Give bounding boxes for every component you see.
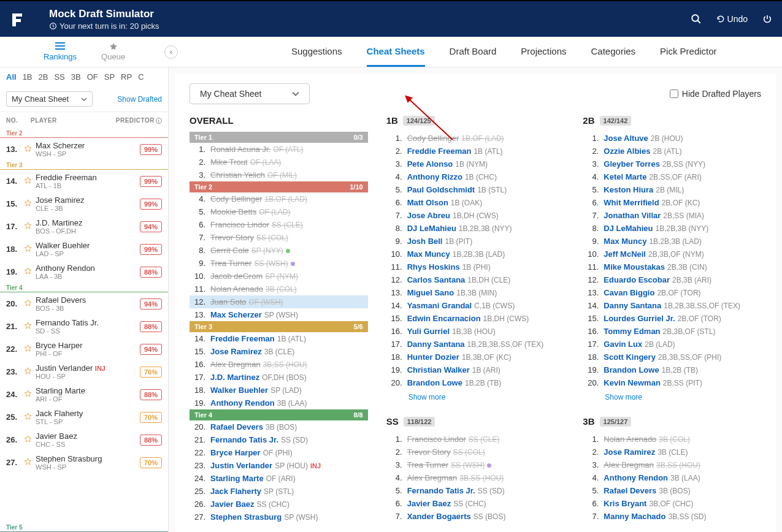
star-icon[interactable]: [23, 435, 36, 446]
power-icon[interactable]: [762, 14, 772, 24]
star-icon[interactable]: [23, 389, 36, 400]
cheat-row[interactable]: 1. Francisco Lindor SS (CLE): [386, 433, 565, 446]
cheat-row[interactable]: 6. Javier Baez SS (CHC): [386, 497, 565, 510]
tab-suggestions[interactable]: Suggestions: [291, 37, 342, 67]
cheat-row[interactable]: 12. Carlos Santana 1B,DH (CLE): [386, 273, 565, 286]
cheat-row[interactable]: 13. Miguel Sano 1B,3B (MIN): [386, 286, 565, 299]
cheat-row[interactable]: 9. Max Muncy 1B,2B,3B (LAD): [583, 235, 761, 248]
cheat-row[interactable]: 7. Trevor Story SS (COL): [190, 231, 368, 244]
cheat-row[interactable]: 17. J.D. Martinez OF,DH (BOS): [190, 371, 368, 384]
cheat-row[interactable]: 8. DJ LeMahieu 1B,2B,3B (NYY): [583, 222, 761, 235]
cheat-row[interactable]: 1. Jose Altuve 2B (HOU): [583, 132, 761, 145]
player-row[interactable]: 19. Anthony Rendon LAA - 3B 88%: [0, 260, 168, 283]
player-row[interactable]: 27. Stephen Strasburg WSH - SP 70%: [0, 451, 168, 474]
player-row[interactable]: 20. Rafael Devers BOS - 3B 94%: [0, 292, 168, 315]
cheat-row[interactable]: 11. Mike Moustakas 2B,3B (CIN): [583, 260, 761, 273]
pos-filter-2b[interactable]: 2B: [39, 72, 48, 82]
cheat-row[interactable]: 16. Alex Bregman 3B,SS (HOU): [190, 358, 368, 371]
search-icon[interactable]: [691, 13, 702, 25]
cheat-row[interactable]: 18. Hunter Dozier 1B,3B,OF (KC): [386, 351, 565, 363]
show-more-link[interactable]: Show more: [386, 389, 565, 405]
cheat-row[interactable]: 12. Juan Soto OF (WSH): [190, 295, 368, 308]
cheat-row[interactable]: 9. Josh Bell 1B (PIT): [386, 235, 565, 248]
cheat-row[interactable]: 4. Anthony Rizzo 1B (CHC): [386, 170, 565, 183]
cheat-row[interactable]: 3. Alex Bregman 3B,SS (HOU): [583, 458, 761, 471]
cheat-row[interactable]: 2. Freddie Freeman 1B (ATL): [386, 145, 565, 158]
cheat-row[interactable]: 3. Pete Alonso 1B (NYM): [386, 158, 565, 170]
cheat-row[interactable]: 19. Christian Walker 1B (ARI): [386, 363, 565, 376]
player-row[interactable]: 26. Javier Baez CHC - SS 88%: [0, 428, 168, 451]
cheat-row[interactable]: 15. Jose Ramirez 3B (CLE): [190, 345, 368, 358]
player-row[interactable]: 15. Jose Ramirez CLE - 3B 99%: [0, 192, 168, 215]
cheat-row[interactable]: 11. Rhys Hoskins 1B (PHI): [386, 260, 565, 273]
player-row[interactable]: 23. Justin Verlander INJ HOU - SP 76%: [0, 360, 168, 383]
tab-cheat-sheets[interactable]: Cheat Sheets: [367, 37, 425, 67]
star-icon[interactable]: [23, 199, 36, 210]
player-row[interactable]: 25. Jack Flaherty STL - SP 70%: [0, 406, 168, 428]
cheat-row[interactable]: 16. Tommy Edman 2B,3B,OF (STL): [583, 325, 761, 338]
cheat-row[interactable]: 5. Paul Goldschmidt 1B (STL): [386, 183, 565, 196]
cheat-row[interactable]: 24. Starling Marte OF (ARI): [190, 472, 368, 485]
cheat-row[interactable]: 7. Jose Abreu 1B,DH (CWS): [386, 209, 565, 222]
star-icon[interactable]: [23, 298, 36, 310]
cheat-row[interactable]: 15. Lourdes Gurriel Jr. 2B,OF (TOR): [583, 312, 761, 325]
cheat-row[interactable]: 1. Cody Bellinger 1B,OF (LAD): [386, 132, 565, 145]
content-sheet-select[interactable]: My Cheat Sheet: [190, 83, 310, 104]
pos-filter-1b[interactable]: 1B: [23, 72, 33, 82]
cheat-row[interactable]: 3. Christian Yelich OF (MIL): [190, 169, 368, 181]
pos-filter-all[interactable]: All: [6, 72, 17, 82]
cheat-row[interactable]: 5. Keston Hiura 2B (MIL): [583, 183, 761, 196]
show-more-link[interactable]: Show more: [583, 389, 761, 405]
player-row[interactable]: 24. Starling Marte ARI - OF 88%: [0, 383, 168, 406]
cheat-row[interactable]: 10. Jacob deGrom SP (NYM): [190, 270, 368, 283]
hide-drafted-checkbox[interactable]: Hide Drafted Players: [670, 89, 761, 99]
cheat-row[interactable]: 22. Bryce Harper OF (PHI): [190, 446, 368, 459]
cheat-row[interactable]: 16. Yuli Gurriel 1B,3B (HOU): [386, 325, 565, 338]
cheat-row[interactable]: 7. Xander Bogaerts SS (BOS): [386, 510, 565, 523]
star-icon[interactable]: [23, 321, 36, 332]
cheat-row[interactable]: 2. Trevor Story SS (COL): [386, 446, 565, 458]
player-row[interactable]: 14. Freddie Freeman ATL - 1B 99%: [0, 170, 168, 192]
cheat-row[interactable]: 20. Brandon Lowe 1B,2B (TB): [386, 376, 565, 389]
cheat-row[interactable]: 4. Ketel Marte 2B,SS,OF (ARI): [583, 170, 761, 183]
cheat-row[interactable]: 21. Fernando Tatis Jr. SS (SD): [190, 433, 368, 446]
cheat-row[interactable]: 14. Danny Santana 1B,2B,3B,SS,OF (TEX): [583, 299, 761, 312]
cheat-row[interactable]: 14. Yasmani Grandal C,1B (CWS): [386, 299, 565, 312]
cheat-row[interactable]: 10. Max Muncy 1B,2B,3B (LAD): [386, 248, 565, 260]
star-icon[interactable]: [23, 367, 36, 378]
star-icon[interactable]: [23, 144, 36, 155]
cheat-row[interactable]: 6. Matt Olson 1B (OAK): [386, 196, 565, 209]
cheat-row[interactable]: 11. Nolan Arenado 3B (COL): [190, 283, 368, 295]
cheat-row[interactable]: 18. Scott Kingery 2B,3B,SS,OF (PHI): [583, 351, 761, 363]
cheat-row[interactable]: 20. Kevin Newman 2B,SS (PIT): [583, 376, 761, 389]
cheat-row[interactable]: 20. Rafael Devers 3B (BOS): [190, 420, 368, 433]
player-row[interactable]: 22. Bryce Harper PHI - OF 94%: [0, 338, 168, 360]
tab-draft-board[interactable]: Draft Board: [450, 37, 497, 67]
cheat-row[interactable]: 18. Walker Buehler SP (LAD): [190, 384, 368, 397]
pos-filter-sp[interactable]: SP: [104, 72, 115, 82]
cheat-row[interactable]: 25. Jack Flaherty SP (STL): [190, 485, 368, 498]
player-row[interactable]: 17. J.D. Martinez BOS - OF,DH 94%: [0, 215, 168, 238]
cheat-row[interactable]: 1. Nolan Arenado 3B (COL): [583, 433, 761, 446]
cheat-row[interactable]: 13. Max Scherzer SP (WSH): [190, 308, 368, 321]
star-icon[interactable]: [23, 244, 36, 255]
pos-filter-3b[interactable]: 3B: [71, 72, 81, 82]
cheat-row[interactable]: 2. Ozzie Albies 2B (ATL): [583, 145, 761, 158]
tab-categories[interactable]: Categories: [591, 37, 636, 67]
cheat-row[interactable]: 7. Jonathan Villar 2B,SS (MIA): [583, 209, 761, 222]
cheat-row[interactable]: 6. Francisco Lindor SS (CLE): [190, 218, 368, 231]
cheat-row[interactable]: 5. Mookie Betts OF (LAD): [190, 205, 368, 218]
cheat-row[interactable]: 13. Cavan Biggio 2B,OF (TOR): [583, 286, 761, 299]
pos-filter-c[interactable]: C: [138, 72, 144, 82]
sidebar-tab-rankings[interactable]: Rankings: [44, 42, 77, 61]
cheat-row[interactable]: 23. Justin Verlander SP (HOU) INJ: [190, 459, 368, 472]
cheat-row[interactable]: 15. Edwin Encarnacion 1B,DH (CWS): [386, 312, 565, 325]
cheat-row[interactable]: 4. Anthony Rendon 3B (LAA): [583, 471, 761, 484]
pos-filter-rp[interactable]: RP: [121, 72, 132, 82]
pos-filter-ss[interactable]: SS: [54, 72, 64, 82]
cheat-row[interactable]: 19. Brandon Lowe 1B,2B (TB): [583, 363, 761, 376]
star-icon[interactable]: [23, 176, 36, 187]
star-icon[interactable]: [23, 221, 36, 232]
collapse-sidebar-button[interactable]: ‹: [164, 45, 178, 59]
cheat-row[interactable]: 14. Freddie Freeman 1B (ATL): [190, 332, 368, 345]
